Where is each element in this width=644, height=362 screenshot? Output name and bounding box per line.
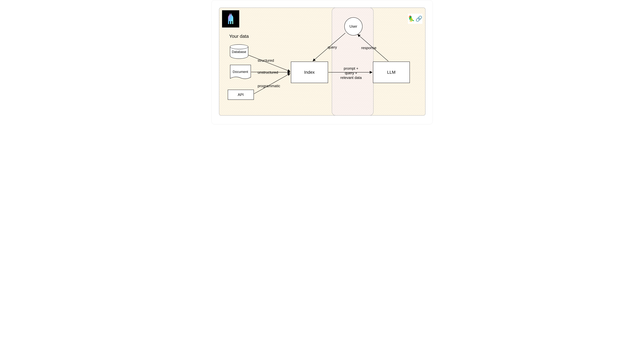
query-label: query <box>328 45 337 49</box>
unstructured-label: unstructured <box>258 70 278 75</box>
your-data-title: Your data <box>229 34 249 39</box>
chain-icon: 🔗 <box>416 15 422 22</box>
llama-index-logo <box>222 10 239 27</box>
parrot-icon: 🦜 <box>408 15 415 22</box>
prompt-label: prompt + query + relevant data <box>337 66 365 80</box>
response-label: response <box>361 46 376 50</box>
diagram-canvas: 🦜 🔗 Your data Database Document API Inde… <box>212 0 433 124</box>
programmatic-label: programmatic <box>258 84 280 88</box>
user-node: User <box>344 17 362 35</box>
document-node: Document <box>230 65 251 80</box>
user-label: User <box>350 24 357 28</box>
llm-label: LLM <box>387 70 395 75</box>
api-node: API <box>228 90 254 100</box>
index-label: Index <box>304 70 315 75</box>
structured-label: structured <box>258 58 274 63</box>
api-label: API <box>238 93 244 97</box>
database-node: Database <box>230 44 248 59</box>
database-label: Database <box>230 50 248 54</box>
langchain-logo: 🦜 🔗 <box>408 14 422 24</box>
llama-icon <box>224 12 237 25</box>
document-label: Document <box>230 70 251 74</box>
llm-node: LLM <box>373 61 410 83</box>
index-node: Index <box>291 61 328 83</box>
